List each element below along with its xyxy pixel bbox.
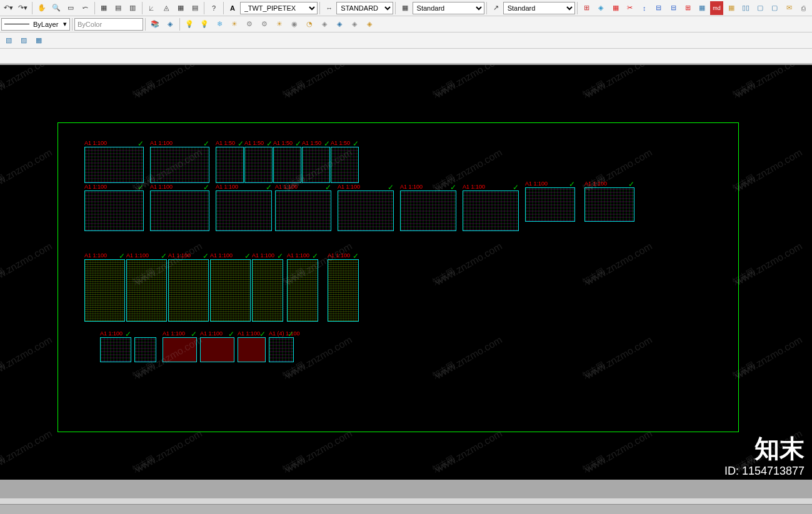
drawing-thumbnail[interactable] [163, 337, 197, 362]
t11-icon[interactable]: ▦ [724, 1, 738, 15]
layer-copy-icon[interactable]: ◈ [363, 17, 376, 31]
t8-icon[interactable]: ⊞ [681, 1, 694, 15]
layer-states-icon[interactable]: ◈ [163, 17, 177, 31]
status-bar [0, 504, 812, 514]
drawing-thumbnail[interactable] [84, 259, 125, 322]
t9-icon[interactable]: ▦ [696, 1, 709, 15]
dimstyle-select[interactable]: STANDARD [336, 2, 393, 14]
color-select[interactable]: ByColor [74, 18, 143, 31]
layer-delete-icon[interactable]: ◈ [348, 17, 361, 31]
layer-unlock-icon[interactable]: ⚙ [258, 17, 271, 31]
drawing-thumbnail[interactable] [134, 337, 156, 362]
drawing-scale-label: A1 1:50 [331, 140, 350, 146]
t7-icon[interactable]: ⊟ [666, 1, 679, 15]
zoom-window-icon[interactable]: ▭ [64, 1, 77, 15]
layer-manager-icon[interactable]: 📚 [148, 17, 162, 31]
drawing-thumbnail[interactable] [216, 147, 244, 183]
drawing-thumbnail[interactable] [150, 147, 209, 183]
table-icon[interactable]: ▤ [188, 1, 201, 15]
drawing-scale-label: A1 1:100 [163, 330, 185, 337]
horizontal-scrollbar[interactable] [0, 498, 812, 504]
drawing-thumbnail[interactable] [126, 259, 167, 322]
t13-icon[interactable]: ▢ [753, 1, 766, 15]
drawing-thumbnail[interactable] [331, 147, 359, 183]
t1-icon[interactable]: ⊞ [580, 1, 593, 15]
toolpalettes-icon[interactable]: ▥ [126, 1, 139, 15]
calc-icon[interactable]: ▦ [174, 1, 187, 15]
qselect-icon[interactable]: ◬ [159, 1, 173, 15]
t10-icon[interactable]: md [710, 1, 723, 15]
zoom-previous-icon[interactable]: ⤺ [79, 1, 92, 15]
grid-icon[interactable]: ▦ [609, 1, 622, 15]
lineweight-select[interactable]: ByLayer ▾ [1, 18, 70, 31]
drawing-thumbnail[interactable] [463, 190, 519, 231]
drawing-thumbnail[interactable] [275, 190, 331, 231]
drawing-thumbnail[interactable] [400, 190, 456, 231]
t4-icon[interactable]: ✂ [623, 1, 636, 15]
undo-dropdown-icon[interactable]: ↶▾ [2, 1, 15, 15]
t14-icon[interactable]: ▢ [768, 1, 781, 15]
drawing-thumbnail[interactable] [100, 337, 131, 362]
drawing-thumbnail[interactable] [168, 259, 209, 322]
layer-match-icon[interactable]: ◉ [288, 17, 301, 31]
drawing-thumbnail[interactable] [252, 259, 283, 322]
drawing-thumbnail[interactable] [238, 337, 266, 362]
layer-merge-icon[interactable]: ◈ [333, 17, 346, 31]
mleaderstyle-icon[interactable]: ↗ [489, 1, 503, 15]
drawing-thumbnail[interactable] [216, 190, 272, 231]
model-space-canvas[interactable]: A1 1:100✓A1 1:100✓A1 1:50✓A1 1:50✓A1 1:5… [0, 65, 812, 480]
check-icon: ✓ [312, 252, 318, 260]
t6-icon[interactable]: ⊟ [652, 1, 665, 15]
measure-icon[interactable]: ⟀ [145, 1, 158, 15]
tablestyle-icon[interactable]: ▦ [398, 1, 411, 15]
textstyle-select[interactable]: _TWT_PIPETEX [240, 2, 318, 14]
drawing-thumbnail[interactable] [269, 337, 294, 362]
layer-off-icon[interactable]: 💡 [198, 17, 211, 31]
drawing-thumbnail[interactable] [584, 187, 634, 222]
check-icon: ✓ [266, 183, 272, 192]
redo-dropdown-icon[interactable]: ↷▾ [16, 1, 29, 15]
dimstyle-icon[interactable]: ↔ [323, 1, 336, 15]
drawing-thumbnail[interactable] [302, 147, 330, 183]
drawing-thumbnail[interactable] [273, 147, 301, 183]
drawing-thumbnail[interactable] [84, 147, 144, 183]
t5-icon[interactable]: ↕ [638, 1, 651, 15]
tablestyle-select[interactable]: Standard [413, 2, 484, 14]
watermark-text: www.znzmo.com [284, 428, 354, 475]
brand-id: ID: 1154713877 [724, 465, 804, 478]
watermark-text: www.znzmo.com [584, 65, 654, 101]
sheetset-icon[interactable]: ▤ [112, 1, 125, 15]
layer-on-icon[interactable]: 💡 [183, 17, 196, 31]
drawing-thumbnail[interactable] [200, 337, 234, 362]
drawing-thumbnail[interactable] [210, 259, 251, 322]
check-icon: ✓ [203, 183, 209, 192]
textstyle-icon[interactable]: A [226, 1, 239, 15]
print-icon[interactable]: ⎙ [797, 1, 810, 15]
drawing-thumbnail[interactable] [338, 190, 394, 231]
layer-prev-icon[interactable]: ◔ [303, 17, 316, 31]
drawing-thumbnail[interactable] [328, 259, 359, 322]
help-icon[interactable]: ? [207, 1, 220, 15]
drawing-thumbnail[interactable] [525, 187, 575, 222]
mleaderstyle-select[interactable]: Standard [503, 2, 575, 14]
drawing-thumbnail[interactable] [150, 190, 209, 231]
group-create-icon[interactable]: ▧ [2, 34, 16, 47]
drawing-thumbnail[interactable] [84, 190, 144, 231]
zoom-realtime-icon[interactable]: 🔍 [49, 1, 63, 15]
layer-lock-icon[interactable]: ⚙ [243, 17, 256, 31]
mail-icon[interactable]: ✉ [782, 1, 795, 15]
group-ungroup-icon[interactable]: ▩ [32, 34, 46, 47]
layer-thaw-icon[interactable]: ☀ [228, 17, 241, 31]
layer-walk-icon[interactable]: ◈ [318, 17, 331, 31]
t2-icon[interactable]: ◈ [594, 1, 608, 15]
layer-iso-icon[interactable]: ☀ [273, 17, 286, 31]
check-icon: ✓ [119, 252, 125, 260]
props-icon[interactable]: ▦ [98, 1, 111, 15]
layer-freeze-icon[interactable]: ❄ [213, 17, 226, 31]
group-edit-icon[interactable]: ▨ [17, 34, 31, 47]
drawing-thumbnail[interactable] [287, 259, 318, 322]
pan-icon[interactable]: ✋ [35, 1, 48, 15]
t12-icon[interactable]: ▯▯ [739, 1, 752, 15]
drawing-thumbnail[interactable] [244, 147, 273, 183]
watermark-brand: 知末网 [280, 78, 307, 100]
